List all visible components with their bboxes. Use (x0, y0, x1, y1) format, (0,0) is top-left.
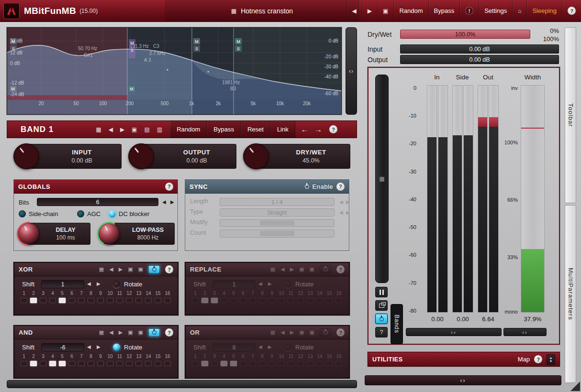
xor-help-icon[interactable]: ? (165, 265, 173, 273)
bit-checkbox[interactable] (126, 298, 133, 303)
replace-help-icon[interactable]: ? (336, 265, 345, 273)
next-preset-button[interactable]: ▶ (362, 0, 377, 22)
bit-checkbox[interactable] (68, 298, 75, 303)
alert-button[interactable]: ! (459, 0, 479, 22)
bit-checkbox[interactable] (259, 361, 266, 366)
bit-checkbox[interactable] (88, 361, 94, 366)
decrement-icon[interactable]: ◀ (258, 281, 262, 286)
bit-checkbox[interactable] (230, 361, 237, 366)
image-icon[interactable]: ▣ (128, 266, 133, 272)
image-icon[interactable]: ▣ (310, 329, 314, 336)
increment-icon[interactable]: ▶ (97, 281, 101, 286)
grid-icon[interactable]: ▦ (270, 266, 275, 272)
prev-arrow-icon[interactable]: ◀ (109, 266, 113, 272)
bit-checkbox[interactable] (107, 361, 113, 366)
sync-help-icon[interactable]: ? (336, 183, 345, 191)
bit-checkbox[interactable] (21, 298, 27, 303)
paste-settings-icon[interactable]: ▥ (157, 126, 162, 133)
bit-checkbox[interactable] (259, 298, 266, 303)
preset-selector[interactable]: ▦ Hotness cranston (165, 0, 359, 22)
or-rotate-radio[interactable] (284, 344, 291, 351)
meter-popup-button[interactable] (375, 300, 388, 311)
bit-checkbox[interactable] (135, 361, 142, 366)
bit-checkbox[interactable] (278, 298, 285, 303)
image-icon[interactable]: ▣ (128, 329, 133, 336)
bit-checkbox[interactable] (145, 298, 152, 303)
decrement-icon[interactable]: ◀ (339, 208, 343, 217)
next-arrow-icon[interactable]: ▶ (290, 329, 294, 336)
bottom-scrollbar[interactable]: ‹› (365, 375, 561, 385)
band-random-button[interactable]: Random (170, 121, 207, 138)
next-arrow-icon[interactable]: ▶ (290, 266, 294, 272)
width-scrollbar[interactable]: ‹› (503, 328, 547, 336)
grid-icon[interactable]: ▦ (99, 266, 104, 272)
bit-checkbox[interactable] (326, 298, 333, 303)
help-button[interactable]: ? (562, 0, 581, 22)
bit-checkbox[interactable] (145, 361, 152, 366)
dc-blocker-checkbox[interactable]: DC blocker (109, 210, 149, 218)
right-arrow-icon[interactable]: → (315, 125, 322, 133)
bit-checkbox[interactable] (78, 298, 85, 303)
copy-settings-icon[interactable]: ▤ (144, 126, 149, 133)
output-knob[interactable] (128, 143, 154, 169)
bits-slider[interactable]: 6 (37, 198, 158, 206)
meter-power-button[interactable] (375, 314, 388, 324)
bit-checkbox[interactable] (88, 298, 94, 303)
bit-checkbox[interactable] (116, 361, 123, 366)
replace-shift-slider[interactable]: 1 (212, 280, 256, 288)
sync-length-value[interactable]: 1 / 4 (220, 198, 335, 206)
left-arrow-icon[interactable]: ← (301, 125, 308, 133)
meter-pause-button[interactable] (375, 287, 388, 297)
input-knob[interactable] (13, 143, 39, 169)
bit-checkbox[interactable] (288, 361, 294, 366)
globals-help-icon[interactable]: ? (165, 183, 173, 191)
bit-checkbox[interactable] (268, 298, 275, 303)
grid-icon[interactable]: ▦ (99, 329, 104, 336)
increment-icon[interactable]: ▶ (268, 344, 272, 349)
bit-checkbox[interactable] (326, 361, 333, 366)
drywet-knob[interactable] (243, 143, 269, 169)
bit-checkbox[interactable] (221, 361, 227, 366)
increment-icon[interactable]: ▶ (268, 281, 272, 286)
bit-checkbox[interactable] (201, 361, 208, 366)
bit-checkbox[interactable] (30, 361, 37, 366)
and-power-button[interactable] (148, 328, 160, 337)
bit-checkbox[interactable] (249, 361, 256, 366)
xor-rotate-radio[interactable] (113, 281, 120, 288)
or-power-button[interactable] (320, 328, 331, 337)
or-help-icon[interactable]: ? (336, 328, 345, 337)
and-rotate-radio[interactable] (113, 344, 120, 351)
bits-increment-icon[interactable]: ▶ (170, 198, 174, 206)
bit-checkbox[interactable] (268, 361, 275, 366)
bit-checkbox[interactable] (307, 298, 313, 303)
map-button[interactable]: Map (518, 356, 530, 363)
utilities-help-icon[interactable]: ? (534, 355, 542, 363)
collapsed-bottom-panel[interactable] (7, 380, 357, 388)
bit-checkbox[interactable] (221, 298, 227, 303)
bit-checkbox[interactable] (49, 361, 56, 366)
image-icon[interactable]: ▣ (132, 126, 137, 133)
melda-logo-icon[interactable] (3, 3, 20, 19)
bit-checkbox[interactable] (40, 361, 46, 366)
bit-checkbox[interactable] (249, 298, 256, 303)
image-icon[interactable]: ▣ (138, 266, 143, 272)
graph-zoom-scrollbar[interactable]: ‹› (346, 27, 357, 115)
bit-checkbox[interactable] (307, 361, 313, 366)
bit-checkbox[interactable] (126, 361, 133, 366)
bits-decrement-icon[interactable]: ◀ (162, 198, 166, 206)
band-reset-button[interactable]: Reset (241, 121, 270, 138)
sync-enable-label[interactable]: Enable (313, 183, 333, 190)
power-icon[interactable] (305, 185, 309, 189)
bit-checkbox[interactable] (107, 298, 113, 303)
bit-checkbox[interactable] (116, 298, 123, 303)
preset-image-button[interactable]: ▣ (377, 0, 393, 22)
delay-knob[interactable] (18, 223, 40, 245)
bit-checkbox[interactable] (30, 298, 37, 303)
bit-checkbox[interactable] (335, 361, 342, 366)
grid-icon[interactable]: ▦ (96, 126, 101, 133)
frequency-band-editor[interactable]: M S M MS M M S M S 50.70 Hz G#1 131.3 Hz… (7, 27, 342, 115)
prev-arrow-icon[interactable]: ◀ (109, 126, 113, 133)
image-icon[interactable]: ▣ (299, 266, 304, 272)
resize-grip[interactable] (570, 381, 580, 391)
prev-arrow-icon[interactable]: ◀ (280, 266, 284, 272)
